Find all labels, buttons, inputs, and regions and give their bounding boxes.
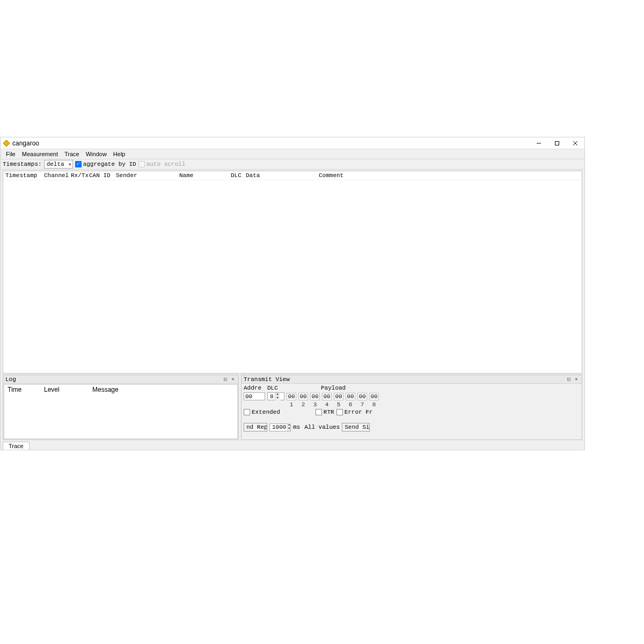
undock-icon[interactable]: ◱ [222, 376, 229, 383]
col-channel[interactable]: Channel [44, 172, 71, 179]
menu-file[interactable]: File [3, 150, 19, 158]
payload-idx: 7 [357, 401, 367, 408]
send-repeat-button[interactable]: nd Repea [244, 423, 267, 431]
window-title: cangaroo [12, 140, 39, 147]
col-timestamp[interactable]: Timestamp [5, 172, 44, 179]
menu-help[interactable]: Help [110, 150, 129, 158]
close-icon[interactable]: ✕ [573, 376, 580, 383]
timestamps-combo[interactable]: delta ▼ [44, 160, 73, 169]
log-panel-title: Log ◱ ✕ [3, 375, 238, 384]
window-controls [530, 137, 584, 149]
dlc-spinner[interactable]: 8 ▲ ▼ [267, 392, 284, 400]
menubar: File Measurement Trace Window Help [1, 149, 584, 159]
aggregate-checkbox[interactable]: ✓ aggregate by ID [75, 161, 136, 167]
col-rxtx[interactable]: Rx/Tx [71, 172, 89, 179]
transmit-panel: Transmit View ◱ ✕ Addre DLC Payload 00 [241, 375, 582, 440]
col-data[interactable]: Data [246, 172, 319, 179]
dlc-label: DLC [267, 385, 284, 391]
rtr-checkbox[interactable]: RTR [316, 409, 334, 415]
chevron-down-icon: ▼ [69, 162, 71, 167]
app-window: cangaroo File Measurement Trace Window H… [0, 137, 585, 450]
trace-body[interactable] [3, 180, 582, 373]
log-col-level[interactable]: Level [44, 386, 92, 393]
col-canid[interactable]: CAN ID [89, 172, 116, 179]
titlebar: cangaroo [1, 137, 584, 149]
close-button[interactable] [566, 137, 584, 149]
log-col-message[interactable]: Message [92, 386, 234, 393]
toolbar: Timestamps: delta ▼ ✓ aggregate by ID au… [1, 159, 584, 170]
repeat-interval-spinner[interactable]: 1000 ▲ ▼ [269, 423, 291, 431]
check-icon: ✓ [75, 161, 82, 167]
maximize-button[interactable] [548, 137, 566, 149]
trace-panel: Timestamp Channel Rx/Tx CAN ID Sender Na… [3, 171, 582, 374]
undock-icon[interactable]: ◱ [566, 376, 572, 383]
payload-idx: 3 [310, 401, 320, 408]
log-header: Time Level Message [4, 385, 237, 394]
payload-byte-5[interactable]: 00 [334, 393, 343, 400]
log-col-time[interactable]: Time [8, 386, 44, 393]
autoscroll-label: auto scroll [147, 161, 186, 167]
checkbox-empty-icon [316, 409, 322, 415]
transmit-flags-row: Extended RTR Error Fr [244, 409, 580, 415]
payload-byte-8[interactable]: 00 [369, 393, 379, 400]
errorframe-checkbox[interactable]: Error Fr [336, 409, 373, 415]
log-body: Time Level Message [4, 384, 238, 439]
timestamps-label: Timestamps: [3, 161, 42, 167]
allvalues-label: All values [304, 424, 340, 430]
transmit-body: Addre DLC Payload 00 8 ▲ ▼ [244, 385, 580, 438]
payload-idx: 8 [369, 401, 379, 408]
payload-idx: 4 [322, 401, 332, 408]
close-icon[interactable]: ✕ [230, 376, 236, 383]
tab-trace[interactable]: Trace [3, 442, 30, 450]
payload-byte-1[interactable]: 00 [287, 393, 296, 400]
app-icon [3, 140, 10, 147]
send-single-button[interactable]: Send Single [342, 423, 370, 431]
payload-byte-4[interactable]: 00 [322, 393, 332, 400]
address-input[interactable]: 00 [244, 392, 265, 400]
spin-down-icon[interactable]: ▼ [288, 427, 290, 431]
transmit-inputs-row: 00 8 ▲ ▼ 00 00 00 00 00 00 00 [244, 392, 580, 400]
timestamps-value: delta [47, 161, 64, 167]
payload-index-row: 1 2 3 4 5 6 7 8 [287, 401, 580, 408]
checkbox-empty-icon [336, 409, 343, 415]
transmit-send-row: nd Repea 1000 ▲ ▼ ms All values Send Sin… [244, 423, 580, 431]
payload-idx: 2 [298, 401, 308, 408]
address-label: Addre [244, 385, 265, 391]
transmit-labels-row: Addre DLC Payload [244, 385, 580, 391]
bottom-panels: Log ◱ ✕ Time Level Message Transmit View… [3, 375, 582, 440]
col-comment[interactable]: Comment [319, 172, 580, 179]
svg-rect-2 [555, 141, 559, 145]
menu-measurement[interactable]: Measurement [19, 150, 61, 158]
col-name[interactable]: Name [179, 172, 231, 179]
col-dlc[interactable]: DLC [231, 172, 246, 179]
autoscroll-checkbox[interactable]: auto scroll [138, 161, 186, 167]
payload-byte-7[interactable]: 00 [357, 393, 367, 400]
checkbox-empty-icon [138, 161, 145, 167]
repeat-unit: ms [293, 424, 300, 430]
log-title-text: Log [5, 376, 16, 383]
spin-down-icon[interactable]: ▼ [275, 397, 280, 400]
menu-trace[interactable]: Trace [61, 150, 83, 158]
payload-byte-3[interactable]: 00 [310, 393, 320, 400]
extended-checkbox[interactable]: Extended [244, 409, 280, 415]
payload-byte-2[interactable]: 00 [298, 393, 308, 400]
minimize-button[interactable] [530, 137, 548, 149]
svg-marker-0 [3, 140, 10, 147]
tab-bar: Trace [1, 440, 584, 450]
transmit-panel-title: Transmit View ◱ ✕ [241, 375, 582, 384]
payload-idx: 5 [334, 401, 343, 408]
checkbox-empty-icon [244, 409, 250, 415]
payload-idx: 6 [346, 401, 355, 408]
payload-idx: 1 [287, 401, 296, 408]
transmit-title-text: Transmit View [244, 376, 290, 383]
aggregate-label: aggregate by ID [83, 161, 136, 167]
log-panel: Log ◱ ✕ Time Level Message [3, 375, 239, 440]
payload-byte-6[interactable]: 00 [346, 393, 355, 400]
menu-window[interactable]: Window [83, 150, 110, 158]
col-sender[interactable]: Sender [116, 172, 179, 179]
payload-label: Payload [321, 385, 346, 391]
trace-header: Timestamp Channel Rx/Tx CAN ID Sender Na… [3, 171, 582, 180]
